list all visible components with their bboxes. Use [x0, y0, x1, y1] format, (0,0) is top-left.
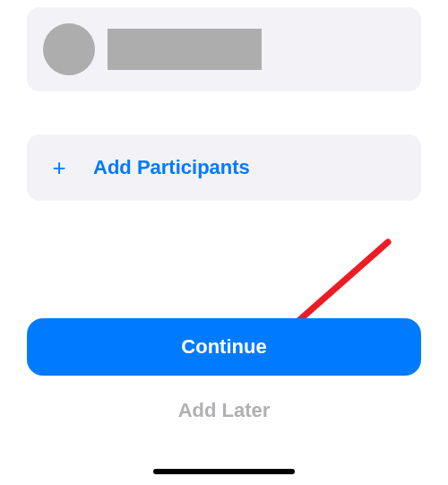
add-participants-label: Add Participants: [93, 156, 250, 179]
avatar: [43, 23, 95, 75]
participant-row[interactable]: [27, 7, 421, 91]
add-later-button[interactable]: Add Later: [27, 399, 421, 422]
add-participants-button[interactable]: + Add Participants: [27, 134, 421, 201]
participant-name-redacted: [108, 29, 262, 70]
plus-icon: +: [47, 154, 72, 182]
continue-button[interactable]: Continue: [27, 318, 421, 376]
home-indicator[interactable]: [153, 469, 295, 474]
